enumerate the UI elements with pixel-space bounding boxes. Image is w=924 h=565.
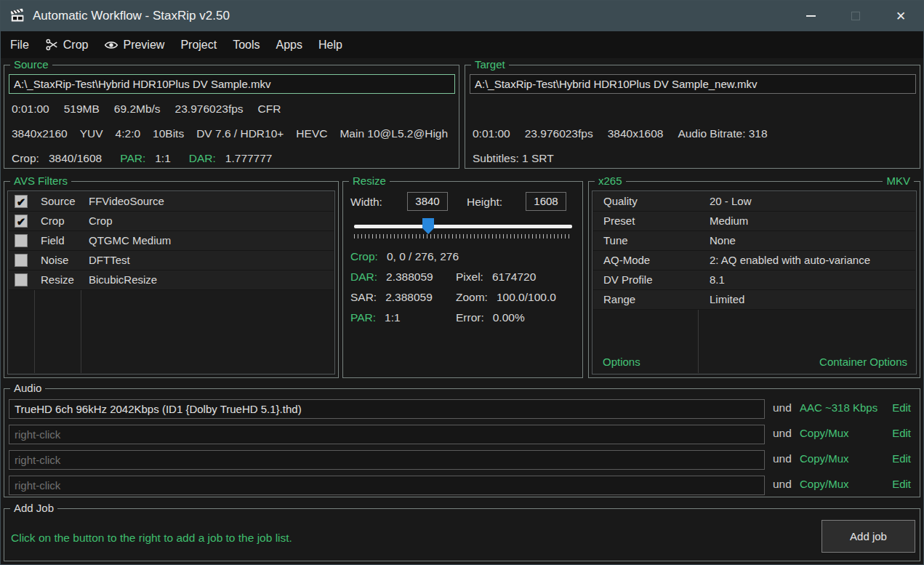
audio-track1-edit-link[interactable]: Edit — [892, 401, 911, 414]
options-link[interactable]: Options — [603, 356, 640, 368]
x265-group-label[interactable]: x265 — [595, 175, 626, 188]
avs-filters-group-label[interactable]: AVS Filters — [10, 175, 71, 188]
x265-row-range[interactable]: Range Limited — [593, 290, 915, 310]
avs-filters-group: AVS Filters ✔ Source FFVideoSource ✔ Cro… — [4, 181, 339, 378]
resize-group-label[interactable]: Resize — [349, 175, 390, 188]
x265-table: Quality 20 - Low Preset Medium Tune None… — [592, 191, 917, 374]
staxrip-window: Automatic Workflow - StaxRip v2.50 ✕ Fil… — [0, 0, 924, 565]
audio-track4-codec-link[interactable]: Copy/Mux — [800, 478, 849, 490]
audio-group-label: Audio — [10, 382, 45, 395]
eye-icon — [104, 38, 118, 52]
add-job-button[interactable]: Add job — [821, 520, 915, 553]
target-group: Target A:\_StaxRip-Test\Hybrid HDR10Plus… — [465, 65, 920, 169]
close-icon: ✕ — [896, 9, 906, 24]
resize-slider-thumb[interactable] — [422, 218, 434, 234]
close-button[interactable]: ✕ — [878, 1, 923, 31]
height-label: Height: — [467, 196, 502, 209]
resize-slider-ruler — [354, 234, 572, 239]
audio-track4-input[interactable]: right-click — [9, 476, 765, 495]
source-stats-line1: 0:01:00 519MB 69.2Mb/s 23.976023fps CFR — [12, 103, 281, 116]
audio-group: Audio TrueHD 6ch 96kHz 2042Kbps (ID1 {Do… — [4, 388, 920, 497]
filter-row-field[interactable]: Field QTGMC Medium — [9, 231, 334, 251]
minimize-icon — [806, 15, 816, 17]
x265-row-aq-mode[interactable]: AQ-Mode 2: AQ enabled with auto-variance — [593, 251, 915, 271]
resize-slider-track[interactable] — [354, 225, 572, 228]
filter-checkbox[interactable]: ✔ — [15, 195, 28, 208]
mkv-container-label[interactable]: MKV — [883, 175, 914, 188]
filter-checkbox[interactable] — [15, 254, 28, 267]
x265-group: x265 MKV Quality 20 - Low Preset Medium … — [588, 181, 920, 378]
clapperboard-app-icon — [10, 9, 25, 24]
filter-checkbox[interactable]: ✔ — [15, 215, 28, 228]
window-controls: ✕ — [788, 1, 923, 31]
maximize-button[interactable] — [833, 1, 878, 31]
resize-pixel-line: Pixel: 6174720 — [456, 271, 536, 284]
source-group: Source A:\_StaxRip-Test\Hybrid HDR10Plus… — [4, 65, 459, 169]
add-job-message: Click on the button to the right to add … — [11, 532, 292, 545]
menu-preview[interactable]: Preview — [104, 38, 164, 52]
maximize-icon — [851, 12, 860, 20]
target-stats-line: 0:01:00 23.976023fps 3840x1608 Audio Bit… — [473, 127, 768, 140]
x265-row-quality[interactable]: Quality 20 - Low — [593, 192, 915, 212]
menu-project[interactable]: Project — [180, 39, 217, 52]
audio-track2-language: und — [773, 427, 792, 440]
width-label: Width: — [350, 196, 382, 209]
audio-track-row: right-click und Copy/Mux Edit — [4, 425, 920, 444]
audio-track3-input[interactable]: right-click — [9, 450, 765, 470]
window-title: Automatic Workflow - StaxRip v2.50 — [33, 9, 230, 23]
minimize-button[interactable] — [788, 1, 833, 31]
menu-help[interactable]: Help — [318, 39, 342, 52]
menu-tools[interactable]: Tools — [233, 39, 260, 52]
resize-dar-line: DAR: 2.388059 — [350, 271, 433, 284]
add-job-group-label: Add Job — [10, 502, 57, 515]
audio-track2-input[interactable]: right-click — [9, 425, 765, 444]
filter-checkbox[interactable] — [15, 273, 28, 286]
x265-row-dv-profile[interactable]: DV Profile 8.1 — [593, 271, 915, 290]
target-path-input[interactable]: A:\_StaxRip-Test\Hybrid HDR10Plus DV Sam… — [470, 74, 916, 94]
filter-checkbox[interactable] — [15, 234, 28, 247]
audio-track3-codec-link[interactable]: Copy/Mux — [800, 452, 849, 465]
scissors-icon — [45, 38, 59, 52]
audio-track-row: right-click und Copy/Mux Edit — [4, 450, 920, 470]
audio-track4-edit-link[interactable]: Edit — [892, 478, 911, 490]
resize-error-line: Error: 0.00% — [456, 311, 525, 324]
height-input[interactable]: 1608 — [526, 192, 566, 211]
resize-crop-line: Crop: 0, 0 / 276, 276 — [350, 250, 459, 263]
menubar: File Crop Preview Project Tools Apps Hel… — [1, 31, 923, 58]
audio-track3-language: und — [773, 452, 792, 465]
menu-crop[interactable]: Crop — [45, 38, 89, 52]
source-crop-line: Crop: 3840/1608 PAR: 1:1 DAR: 1.777777 — [12, 152, 272, 165]
menu-apps[interactable]: Apps — [276, 39, 302, 52]
target-subtitles-line: Subtitles: 1 SRT — [473, 152, 554, 165]
x265-row-tune[interactable]: Tune None — [593, 231, 915, 251]
audio-track-row: TrueHD 6ch 96kHz 2042Kbps (ID1 {Dolby Tr… — [4, 399, 920, 419]
audio-track3-edit-link[interactable]: Edit — [892, 452, 911, 465]
audio-track4-language: und — [773, 478, 792, 491]
width-input[interactable]: 3840 — [407, 192, 448, 211]
x265-row-preset[interactable]: Preset Medium — [593, 212, 915, 231]
menu-file[interactable]: File — [10, 39, 29, 52]
filter-row-resize[interactable]: Resize BicubicResize — [9, 271, 334, 290]
audio-track-row: right-click und Copy/Mux Edit — [4, 476, 920, 495]
resize-zoom-line: Zoom: 100.0/100.0 — [456, 291, 556, 304]
audio-track1-language: und — [773, 401, 792, 414]
audio-track2-codec-link[interactable]: Copy/Mux — [800, 427, 849, 439]
resize-par-line: PAR: 1:1 — [350, 311, 401, 324]
source-group-label[interactable]: Source — [10, 58, 52, 71]
container-options-link[interactable]: Container Options — [819, 356, 907, 368]
filter-row-crop[interactable]: ✔ Crop Crop — [9, 212, 334, 231]
titlebar: Automatic Workflow - StaxRip v2.50 ✕ — [1, 1, 923, 31]
source-path-input[interactable]: A:\_StaxRip-Test\Hybrid HDR10Plus DV Sam… — [9, 74, 455, 94]
audio-track1-input[interactable]: TrueHD 6ch 96kHz 2042Kbps (ID1 {Dolby Tr… — [9, 399, 765, 419]
resize-sar-line: SAR: 2.388059 — [350, 291, 433, 304]
filter-row-noise[interactable]: Noise DFTTest — [9, 251, 334, 271]
resize-group: Resize Width: 3840 Height: 1608 Crop: 0,… — [342, 181, 583, 378]
avs-filters-table: ✔ Source FFVideoSource ✔ Crop Crop Field… — [7, 191, 335, 374]
target-group-label[interactable]: Target — [471, 58, 509, 71]
audio-track1-codec-link[interactable]: AAC ~318 Kbps — [800, 401, 877, 414]
filter-row-source[interactable]: ✔ Source FFVideoSource — [9, 192, 334, 212]
add-job-group: Add Job Click on the button to the right… — [4, 508, 920, 561]
audio-track2-edit-link[interactable]: Edit — [892, 427, 911, 439]
source-stats-line2: 3840x2160 YUV 4:2:0 10Bits DV 7.6 / HDR1… — [12, 127, 448, 140]
